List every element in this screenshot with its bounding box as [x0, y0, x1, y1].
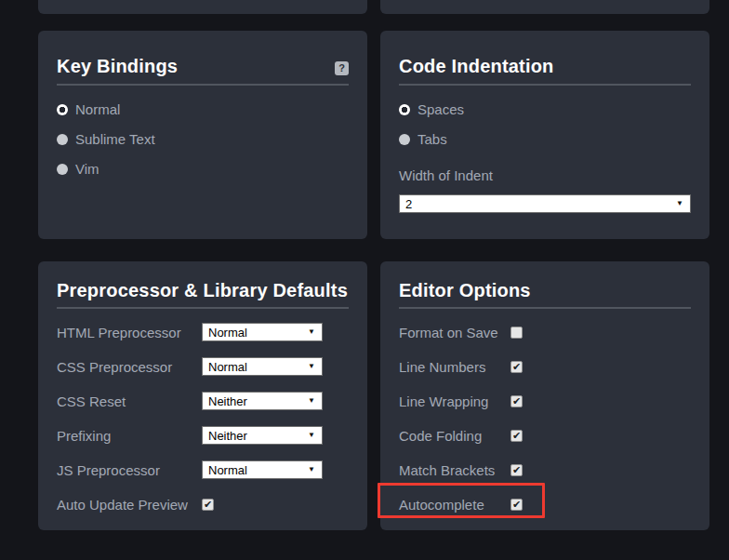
line-numbers-checkbox[interactable]: ✔ [510, 361, 523, 373]
divider [57, 84, 349, 86]
html-preprocessor-row: HTML Preprocessor Normal ▼ [57, 323, 349, 341]
row-label: CSS Reset [57, 393, 202, 409]
divider [399, 84, 691, 86]
js-preprocessor-row: JS Preprocessor Normal ▼ [57, 460, 349, 479]
dropdown-arrow-icon: ▼ [308, 466, 315, 473]
divider [57, 307, 349, 309]
html-preprocessor-select[interactable]: Normal ▼ [202, 323, 323, 341]
radio-sublime-text[interactable] [57, 134, 68, 145]
code-indentation-card: Code Indentation Spaces Tabs Width of In… [380, 31, 709, 239]
row-label: Line Wrapping [399, 393, 510, 409]
auto-update-preview-checkbox[interactable]: ✔ [202, 499, 214, 511]
key-binding-option-vim: Vim [57, 159, 349, 179]
radio-label: Vim [75, 161, 99, 177]
dropdown-arrow-icon: ▼ [308, 363, 315, 370]
match-brackets-checkbox[interactable]: ✔ [510, 464, 523, 476]
editor-options-card: Editor Options Format on Save Line Numbe… [380, 261, 709, 530]
radio-vim[interactable] [57, 164, 68, 175]
format-on-save-checkbox[interactable] [510, 327, 523, 339]
key-bindings-title: Key Bindings [57, 54, 349, 78]
settings-page: Key Bindings ? Normal Sublime Text Vim C… [0, 0, 729, 560]
row-label: Prefixing [57, 428, 202, 444]
indentation-option-tabs: Tabs [399, 129, 691, 149]
row-label: Line Numbers [399, 359, 510, 375]
preprocessor-rows: HTML Preprocessor Normal ▼ CSS Preproces… [57, 323, 349, 513]
line-wrapping-row: Line Wrapping ✔ [399, 392, 691, 410]
dropdown-arrow-icon: ▼ [308, 432, 315, 439]
row-label: JS Preprocessor [57, 462, 202, 478]
select-value: Normal [208, 360, 247, 374]
row-label: CSS Preprocessor [57, 359, 202, 375]
indentation-option-spaces: Spaces [399, 100, 691, 119]
radio-label: Normal [75, 101, 120, 117]
row-label: Match Brackets [399, 462, 510, 478]
css-reset-select[interactable]: Neither ▼ [202, 392, 323, 410]
css-preprocessor-row: CSS Preprocessor Normal ▼ [57, 357, 349, 376]
dropdown-arrow-icon: ▼ [308, 328, 315, 336]
editor-options-title: Editor Options [399, 278, 691, 302]
row-label: Code Folding [399, 428, 510, 444]
partial-card-top-left [38, 0, 367, 14]
radio-label: Tabs [418, 131, 447, 147]
auto-update-preview-row: Auto Update Preview ✔ [57, 495, 349, 513]
radio-label: Spaces [418, 101, 464, 117]
dropdown-arrow-icon: ▼ [676, 200, 683, 207]
css-reset-row: CSS Reset Neither ▼ [57, 392, 349, 410]
select-value: Neither [208, 394, 247, 408]
code-folding-row: Code Folding ✔ [399, 426, 691, 445]
radio-spaces[interactable] [399, 104, 410, 115]
code-indentation-options: Spaces Tabs [399, 100, 691, 149]
format-on-save-row: Format on Save [399, 323, 691, 341]
radio-normal[interactable] [57, 104, 68, 115]
code-folding-checkbox[interactable]: ✔ [510, 430, 523, 442]
row-label: Format on Save [399, 325, 510, 340]
preprocessor-defaults-card: Preprocessor & Library Defaults HTML Pre… [38, 261, 367, 530]
preprocessor-title: Preprocessor & Library Defaults [57, 278, 349, 302]
js-preprocessor-select[interactable]: Normal ▼ [202, 460, 323, 479]
radio-tabs[interactable] [399, 134, 410, 145]
line-numbers-row: Line Numbers ✔ [399, 357, 691, 376]
select-value: Neither [208, 429, 247, 443]
key-bindings-card: Key Bindings ? Normal Sublime Text Vim [38, 31, 367, 239]
dropdown-arrow-icon: ▼ [308, 397, 315, 405]
line-wrapping-checkbox[interactable]: ✔ [510, 395, 523, 407]
help-icon[interactable]: ? [335, 61, 349, 75]
editor-options-rows: Format on Save Line Numbers ✔ Line Wrapp… [399, 323, 691, 513]
prefixing-select[interactable]: Neither ▼ [202, 426, 323, 445]
select-value: Normal [208, 463, 247, 477]
divider [399, 307, 691, 309]
match-brackets-row: Match Brackets ✔ [399, 460, 691, 479]
key-binding-option-sublime: Sublime Text [57, 129, 349, 149]
width-of-indent-label: Width of Indent [399, 166, 691, 185]
partial-card-top-right [380, 0, 709, 14]
width-of-indent-select[interactable]: 2 ▼ [399, 194, 691, 213]
code-indentation-title: Code Indentation [399, 54, 691, 78]
key-bindings-options: Normal Sublime Text Vim [57, 100, 349, 179]
row-label: Autocomplete [399, 497, 510, 513]
autocomplete-checkbox[interactable]: ✔ [510, 499, 523, 511]
select-value: Normal [208, 326, 247, 340]
row-label: HTML Preprocessor [57, 325, 202, 340]
select-value: 2 [405, 197, 412, 211]
prefixing-row: Prefixing Neither ▼ [57, 426, 349, 445]
radio-label: Sublime Text [75, 131, 155, 147]
autocomplete-row: Autocomplete ✔ [399, 495, 691, 513]
css-preprocessor-select[interactable]: Normal ▼ [202, 357, 323, 376]
key-binding-option-normal: Normal [57, 100, 349, 119]
row-label: Auto Update Preview [57, 497, 202, 513]
